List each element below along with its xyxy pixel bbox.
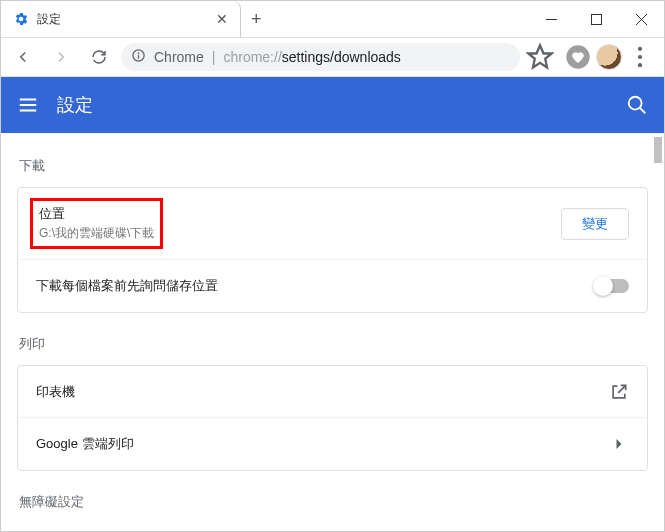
window-minimize-button[interactable] — [529, 4, 574, 34]
hamburger-icon[interactable] — [17, 94, 39, 116]
chevron-right-icon — [609, 434, 629, 454]
new-tab-button[interactable]: + — [241, 9, 272, 30]
downloads-card: 位置 G:\我的雲端硬碟\下載 變更 下載每個檔案前先詢問儲存位置 — [17, 187, 648, 313]
titlebar: 設定 ✕ + — [1, 1, 664, 37]
kebab-menu-icon[interactable] — [626, 43, 654, 71]
ask-before-download-row: 下載每個檔案前先詢問儲存位置 — [18, 260, 647, 312]
gear-icon — [13, 11, 29, 27]
url-separator: | — [212, 49, 216, 65]
url-text: chrome://settings/downloads — [223, 49, 400, 65]
window-controls — [529, 4, 664, 34]
star-icon[interactable] — [526, 43, 554, 71]
svg-point-8 — [629, 97, 642, 110]
page-title: 設定 — [57, 93, 608, 117]
section-title-accessibility: 無障礙設定 — [19, 493, 648, 511]
section-title-downloads: 下載 — [19, 157, 648, 175]
close-tab-icon[interactable]: ✕ — [216, 11, 228, 27]
download-location-path: G:\我的雲端硬碟\下載 — [39, 225, 154, 242]
window-maximize-button[interactable] — [574, 4, 619, 34]
cloud-print-label: Google 雲端列印 — [36, 435, 609, 453]
toolbar-right — [560, 43, 658, 71]
section-title-print: 列印 — [19, 335, 648, 353]
ask-before-download-label: 下載每個檔案前先詢問儲存位置 — [36, 277, 595, 295]
browser-tab[interactable]: 設定 ✕ — [1, 1, 241, 37]
printers-label: 印表機 — [36, 383, 609, 401]
svg-point-7 — [638, 63, 642, 67]
ask-before-download-toggle[interactable] — [595, 279, 629, 293]
svg-point-5 — [638, 47, 642, 51]
cloud-print-row[interactable]: Google 雲端列印 — [18, 418, 647, 470]
forward-button[interactable] — [45, 41, 77, 73]
change-location-button[interactable]: 變更 — [561, 208, 629, 240]
window-close-button[interactable] — [619, 4, 664, 34]
address-bar: Chrome | chrome://settings/downloads — [1, 37, 664, 77]
print-card: 印表機 Google 雲端列印 — [17, 365, 648, 471]
back-button[interactable] — [7, 41, 39, 73]
svg-rect-3 — [138, 55, 139, 59]
highlight-box: 位置 G:\我的雲端硬碟\下載 — [30, 198, 163, 249]
url-box[interactable]: Chrome | chrome://settings/downloads — [121, 43, 520, 71]
settings-content: 下載 位置 G:\我的雲端硬碟\下載 變更 下載每個檔案前先詢問儲存位置 列印 … — [1, 133, 664, 532]
url-chrome-label: Chrome — [154, 49, 204, 65]
profile-avatar[interactable] — [596, 44, 622, 70]
download-location-row: 位置 G:\我的雲端硬碟\下載 變更 — [18, 188, 647, 260]
svg-point-2 — [138, 52, 140, 54]
page-header: 設定 — [1, 77, 664, 133]
download-location-label: 位置 — [39, 205, 154, 223]
extension-heart-icon[interactable] — [564, 43, 592, 71]
reload-button[interactable] — [83, 41, 115, 73]
search-icon[interactable] — [626, 94, 648, 116]
external-link-icon — [609, 382, 629, 402]
svg-rect-0 — [592, 14, 602, 24]
printers-row[interactable]: 印表機 — [18, 366, 647, 418]
tab-title: 設定 — [37, 11, 208, 28]
site-info-icon[interactable] — [131, 48, 146, 66]
scrollbar-thumb[interactable] — [654, 137, 662, 163]
svg-point-6 — [638, 55, 642, 59]
